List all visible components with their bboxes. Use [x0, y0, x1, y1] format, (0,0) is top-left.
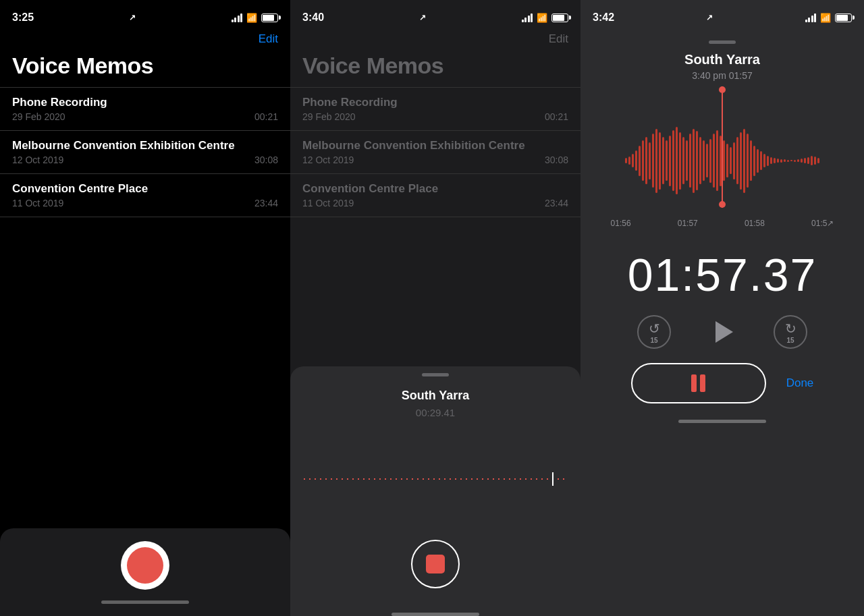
edit-button-area-1[interactable]: Edit — [0, 30, 290, 50]
waveform-bar — [750, 140, 752, 181]
signal-icon-1 — [232, 13, 243, 22]
recording-date: 12 Oct 2019 — [302, 155, 354, 165]
recording-date: 29 Feb 2020 — [302, 111, 356, 122]
recording-duration: 23:44 — [545, 198, 568, 208]
signal-icon-3 — [805, 13, 817, 22]
waveform-bar — [723, 140, 725, 181]
pause-bar-left — [691, 374, 697, 392]
waveform-flat-2 — [304, 478, 567, 480]
recording-name: Convention Centre Place — [12, 182, 278, 196]
list-item[interactable]: Phone Recording 29 Feb 2020 00:21 — [290, 87, 580, 131]
recording-duration: 30:08 — [254, 155, 278, 165]
playhead-line — [722, 86, 723, 208]
waveform-bar — [763, 154, 765, 167]
status-bar-3: 3:42 ↗ 📶 — [580, 0, 864, 30]
status-icons-3: 📶 — [805, 13, 853, 23]
waveform-bar — [777, 159, 779, 163]
status-time-3: 3:42 — [593, 11, 614, 24]
skip-back-label: 15 — [650, 337, 657, 344]
waveform-bar — [814, 157, 816, 165]
waveform-bar — [797, 159, 799, 162]
status-icons-2: 📶 — [522, 13, 569, 23]
waveform-bar — [655, 129, 657, 193]
waveform-bar — [645, 137, 647, 184]
sheet-handle-3 — [709, 40, 736, 44]
waveform-bar — [696, 131, 698, 190]
edit-button-1[interactable]: Edit — [259, 32, 278, 45]
waveform-bar — [676, 127, 678, 194]
list-item[interactable]: Phone Recording 29 Feb 2020 00:21 — [0, 87, 290, 131]
skip-forward-arrow: ↻ — [785, 320, 796, 337]
recording-duration: 00:21 — [545, 111, 568, 122]
app-title-2: Voice Memos — [290, 50, 580, 87]
recording-name: Convention Centre Place — [302, 182, 568, 196]
panel-2: 3:40 ↗ 📶 Edit Voice Memos Phone Recordin… — [290, 0, 580, 616]
recording-modal-2: South Yarra 00:29.41 — [290, 366, 580, 616]
waveform-viz-3: 01:56 01:57 01:58 01:5↗ — [580, 86, 864, 235]
status-time-2: 3:40 — [302, 11, 324, 24]
home-indicator-2 — [392, 613, 479, 616]
signal-icon-2 — [522, 13, 533, 22]
status-bar-1: 3:25 ↗ 📶 — [0, 0, 290, 30]
waveform-bar — [807, 157, 809, 164]
done-button[interactable]: Done — [786, 376, 814, 390]
waveform-bar — [642, 140, 644, 181]
list-item[interactable]: Convention Centre Place 11 Oct 2019 23:4… — [0, 174, 290, 217]
waveform-bar — [628, 157, 630, 165]
list-item[interactable]: Melbourne Convention Exhibition Centre 1… — [290, 131, 580, 174]
edit-button-area-2[interactable]: Edit — [290, 30, 580, 50]
edit-button-2[interactable]: Edit — [549, 32, 568, 45]
waveform-bar — [709, 139, 711, 183]
recording-name: Phone Recording — [12, 96, 278, 109]
waveform-bar — [784, 159, 786, 162]
pause-button[interactable] — [631, 363, 766, 403]
list-item[interactable]: Melbourne Convention Exhibition Centre 1… — [0, 131, 290, 174]
timeline-label: 01:56 — [611, 219, 631, 228]
sheet-handle-2 — [422, 373, 449, 376]
recording-name: Phone Recording — [302, 96, 568, 109]
list-item[interactable]: Convention Centre Place 11 Oct 2019 23:4… — [290, 174, 580, 217]
recording-meta: 12 Oct 2019 30:08 — [12, 155, 278, 165]
pause-bar-right — [700, 374, 705, 392]
wifi-icon-1: 📶 — [246, 13, 257, 23]
timeline-label: 01:58 — [745, 219, 765, 228]
play-triangle-icon — [716, 321, 733, 343]
waveform-bar — [811, 156, 813, 165]
battery-icon-3 — [835, 13, 852, 22]
waveform-bar — [679, 132, 681, 190]
playback-subtitle: 3:40 pm 01:57 — [692, 70, 753, 81]
waveform-bar — [787, 160, 789, 162]
waveform-bar — [652, 134, 654, 188]
waveform-cursor-2 — [552, 472, 554, 486]
waveform-bar — [716, 130, 718, 191]
pause-bars-icon — [691, 374, 705, 392]
waveform-bar — [672, 130, 674, 191]
big-timer: 01:57.37 — [580, 235, 864, 308]
recording-bar-1 — [0, 528, 290, 616]
play-button[interactable] — [705, 314, 740, 349]
recording-meta: 29 Feb 2020 00:21 — [302, 111, 568, 122]
waveform-bar — [666, 140, 668, 181]
home-indicator-3 — [678, 420, 766, 423]
waveform-canvas-3: 01:56 01:57 01:58 01:5↗ — [580, 86, 864, 235]
record-button-1[interactable] — [121, 541, 169, 590]
stop-button-container-2 — [411, 540, 460, 588]
recording-meta: 11 Oct 2019 23:44 — [12, 198, 278, 208]
recording-name: Melbourne Convention Exhibition Centre — [12, 139, 278, 152]
waveform-bar — [639, 146, 641, 176]
stop-button-2[interactable] — [411, 540, 460, 588]
waveform-bar — [760, 151, 762, 170]
battery-icon-2 — [551, 13, 568, 22]
waveform-bar — [740, 132, 742, 190]
panel-1: 3:25 ↗ 📶 Edit Voice Memos Phone Recordin… — [0, 0, 290, 616]
battery-icon-1 — [261, 13, 278, 22]
waveform-bar — [706, 144, 708, 177]
waveform-bar — [794, 160, 796, 162]
modal-recording-time-2: 00:29.41 — [416, 407, 455, 418]
wifi-icon-2: 📶 — [537, 13, 547, 23]
skip-back-button[interactable]: ↺ 15 — [637, 315, 671, 349]
location-arrow-1: ↗ — [129, 13, 136, 22]
skip-forward-button[interactable]: ↻ 15 — [774, 315, 807, 349]
waveform-bar — [757, 149, 759, 173]
recording-date: 29 Feb 2020 — [12, 111, 65, 122]
